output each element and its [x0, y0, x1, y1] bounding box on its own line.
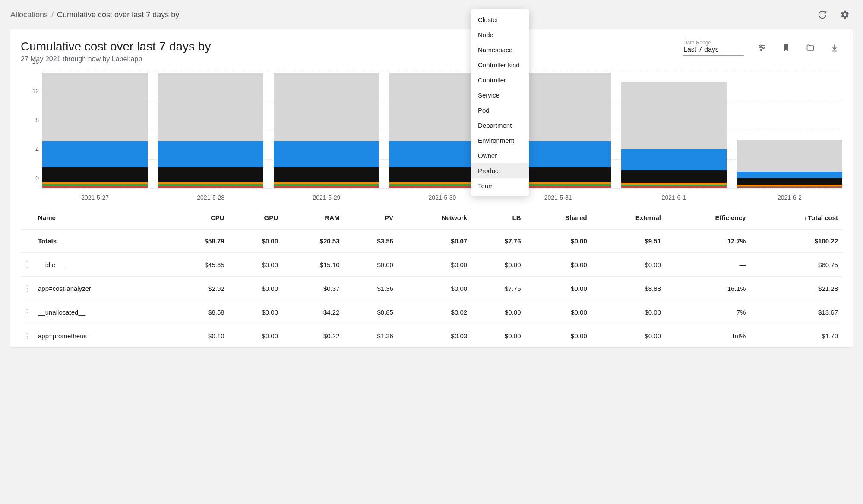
cell-name: app=prometheus	[34, 324, 167, 348]
cell-cpu: $2.92	[167, 277, 228, 300]
refresh-button[interactable]	[815, 7, 830, 22]
bar-column[interactable]	[158, 73, 263, 188]
cell-network: $0.00	[398, 277, 471, 300]
x-axis-label: 2021-5-28	[158, 194, 263, 201]
dropdown-item-controller[interactable]: Controller	[471, 72, 529, 88]
bars-container	[42, 72, 842, 188]
cell-name: app=cost-analyzer	[34, 277, 167, 300]
bar-column[interactable]	[274, 73, 379, 188]
dropdown-item-controller-kind[interactable]: Controller kind	[471, 57, 529, 72]
filter-button[interactable]	[754, 40, 770, 56]
dropdown-item-pod[interactable]: Pod	[471, 103, 529, 118]
dropdown-item-department[interactable]: Department	[471, 118, 529, 133]
table-header-row: Name CPU GPU RAM PV Network LB Shared Ex…	[21, 206, 842, 230]
cell-pv: $1.36	[344, 324, 398, 348]
cell-cpu: $45.65	[167, 253, 228, 277]
cell-efficiency: 12.7%	[665, 230, 750, 253]
breadcrumb-current: Cumulative cost over last 7 days by	[57, 10, 179, 19]
col-cpu[interactable]: CPU	[167, 206, 228, 230]
table-row: ⋮app=prometheus$0.10$0.00$0.22$1.36$0.03…	[21, 324, 842, 348]
gear-icon	[840, 10, 850, 19]
title-block: Cumulative cost over last 7 days by 27 M…	[21, 40, 211, 63]
cell-efficiency: —	[665, 253, 750, 277]
download-button[interactable]	[827, 40, 842, 56]
col-network[interactable]: Network	[398, 206, 471, 230]
bar-column[interactable]	[737, 140, 842, 188]
bar-segment-blue	[42, 141, 148, 167]
bar-column[interactable]	[621, 82, 727, 188]
cell-gpu: $0.00	[229, 324, 282, 348]
folder-icon	[806, 44, 815, 52]
bookmark-button[interactable]	[778, 40, 794, 56]
svg-point-5	[761, 49, 762, 50]
cell-network: $0.02	[398, 300, 471, 324]
row-menu-icon[interactable]: ⋮	[23, 308, 31, 316]
breadcrumb: Allocations / Cumulative cost over last …	[10, 10, 179, 19]
col-efficiency[interactable]: Efficiency	[665, 206, 750, 230]
settings-button[interactable]	[837, 7, 853, 22]
bar-segment-blue	[621, 149, 727, 170]
dropdown-item-cluster[interactable]: Cluster	[471, 12, 529, 27]
cell-name: Totals	[34, 230, 167, 253]
breadcrumb-root[interactable]: Allocations	[10, 10, 48, 19]
col-lb[interactable]: LB	[471, 206, 525, 230]
topbar: Allocations / Cumulative cost over last …	[0, 0, 863, 29]
open-button[interactable]	[803, 40, 818, 56]
cell-total: $60.75	[750, 253, 842, 277]
col-gpu[interactable]: GPU	[229, 206, 282, 230]
card-header: Cumulative cost over last 7 days by 27 M…	[21, 40, 842, 63]
bar-segment-red	[42, 186, 148, 188]
cell-network: $0.07	[398, 230, 471, 253]
row-menu-icon[interactable]: ⋮	[23, 331, 31, 340]
cell-external: $0.00	[591, 324, 665, 348]
col-shared[interactable]: Shared	[525, 206, 591, 230]
cell-cpu: $0.10	[167, 324, 228, 348]
cell-gpu: $0.00	[229, 253, 282, 277]
cell-gpu: $0.00	[229, 277, 282, 300]
cell-cpu: $8.58	[167, 300, 228, 324]
col-external[interactable]: External	[591, 206, 665, 230]
row-menu-icon[interactable]: ⋮	[23, 260, 31, 269]
cost-table: Name CPU GPU RAM PV Network LB Shared Ex…	[21, 206, 842, 347]
row-menu-icon[interactable]: ⋮	[23, 284, 31, 293]
control-icons	[754, 40, 842, 56]
y-tick: 12	[32, 88, 39, 94]
col-ram[interactable]: RAM	[282, 206, 344, 230]
bar-segment-blue	[737, 172, 842, 178]
col-pv[interactable]: PV	[344, 206, 398, 230]
chart: 0481216 2021-5-272021-5-282021-5-292021-…	[21, 72, 842, 201]
header-controls: Date Range Last 7 days	[683, 40, 842, 56]
bar-stack	[42, 73, 148, 188]
cell-ram: $15.10	[282, 253, 344, 277]
breadcrumb-separator: /	[51, 10, 54, 19]
dropdown-item-node[interactable]: Node	[471, 27, 529, 42]
dropdown-item-owner[interactable]: Owner	[471, 148, 529, 163]
cell-external: $0.00	[591, 253, 665, 277]
date-range-select[interactable]: Date Range Last 7 days	[683, 40, 744, 56]
bar-stack	[621, 82, 727, 188]
cell-pv: $0.85	[344, 300, 398, 324]
dropdown-item-team[interactable]: Team	[471, 178, 529, 193]
bar-segment-black	[42, 167, 148, 182]
page-title: Cumulative cost over last 7 days by	[21, 40, 211, 54]
cell-total: $13.67	[750, 300, 842, 324]
page-subtitle: 27 May 2021 through now by Label:app	[21, 55, 211, 63]
cell-shared: $0.00	[525, 277, 591, 300]
dropdown-item-product[interactable]: Product	[471, 163, 529, 178]
bookmark-icon	[782, 44, 790, 52]
cell-name: __unallocated__	[34, 300, 167, 324]
dropdown-item-service[interactable]: Service	[471, 88, 529, 103]
table-row: ⋮__idle__$45.65$0.00$15.10$0.00$0.00$0.0…	[21, 253, 842, 277]
col-total[interactable]: ↓Total cost	[750, 206, 842, 230]
cell-efficiency: Inf%	[665, 324, 750, 348]
x-axis-label: 2021-6-2	[737, 194, 842, 201]
cell-total: $100.22	[750, 230, 842, 253]
cell-pv: $1.36	[344, 277, 398, 300]
dropdown-item-namespace[interactable]: Namespace	[471, 42, 529, 57]
x-axis-label: 2021-5-29	[274, 194, 379, 201]
col-name[interactable]: Name	[34, 206, 167, 230]
x-axis-label: 2021-6-1	[621, 194, 727, 201]
bar-column[interactable]	[42, 73, 148, 188]
dropdown-item-environment[interactable]: Environment	[471, 133, 529, 148]
topbar-actions	[815, 7, 853, 22]
